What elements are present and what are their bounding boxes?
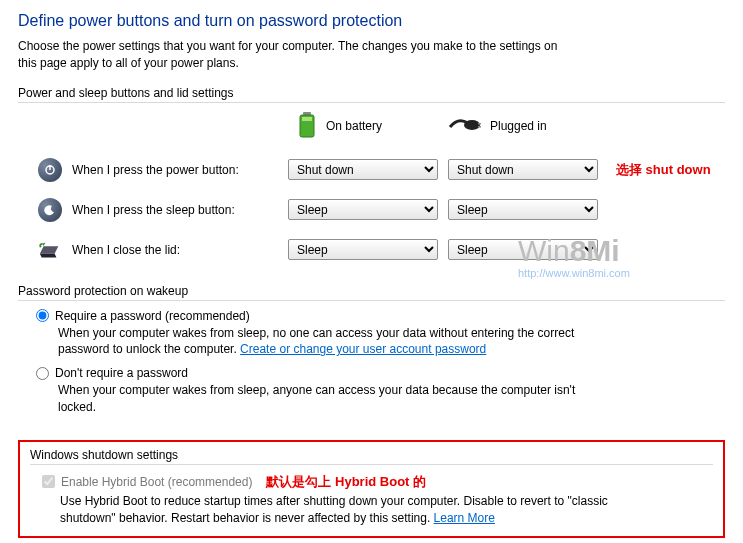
svg-rect-2 (302, 117, 312, 121)
shutdown-settings-box: Windows shutdown settings Enable Hybrid … (18, 440, 725, 539)
divider (18, 300, 725, 301)
sleep-button-battery-select[interactable]: Sleep (288, 199, 438, 220)
svg-rect-4 (478, 123, 481, 125)
close-lid-battery-select[interactable]: Sleep (288, 239, 438, 260)
divider (30, 464, 713, 465)
power-button-icon (38, 158, 62, 182)
annotation-hybrid-boot: 默认是勾上 Hybrid Boot 的 (266, 473, 426, 491)
dont-require-password-desc: When your computer wakes from sleep, any… (58, 382, 598, 416)
svg-marker-8 (43, 242, 46, 246)
page-title: Define power buttons and turn on passwor… (18, 12, 725, 30)
close-lid-label: When I close the lid: (72, 243, 180, 257)
column-headers: On battery Plugged in (296, 111, 725, 142)
row-close-lid: When I close the lid: Sleep Sleep (38, 238, 725, 262)
dont-require-password-label: Don't require a password (55, 366, 188, 380)
power-button-battery-select[interactable]: Shut down (288, 159, 438, 180)
intro-text: Choose the power settings that you want … (18, 38, 578, 72)
sleep-button-plugged-select[interactable]: Sleep (448, 199, 598, 220)
on-battery-label: On battery (326, 119, 382, 133)
learn-more-link[interactable]: Learn More (434, 511, 495, 525)
enable-hybrid-boot-checkbox[interactable] (42, 475, 55, 488)
require-password-desc: When your computer wakes from sleep, no … (58, 325, 598, 359)
watermark-url: http://www.win8mi.com (518, 268, 630, 279)
close-lid-plugged-select[interactable]: Sleep (448, 239, 598, 260)
section-power-sleep-lid: Power and sleep buttons and lid settings (18, 86, 725, 100)
require-password-radio[interactable] (36, 309, 49, 322)
enable-hybrid-boot-label: Enable Hybrid Boot (recommended) (61, 475, 252, 489)
sleep-button-label: When I press the sleep button: (72, 203, 235, 217)
require-password-label: Require a password (recommended) (55, 309, 250, 323)
annotation-shut-down: 选择 shut down (616, 161, 711, 179)
row-power-button: When I press the power button: Shut down… (38, 158, 725, 182)
plug-icon (448, 115, 482, 138)
power-button-label: When I press the power button: (72, 163, 239, 177)
svg-rect-5 (478, 126, 481, 128)
section-password-protection: Password protection on wakeup (18, 284, 725, 298)
plugged-in-label: Plugged in (490, 119, 547, 133)
sleep-button-icon (38, 198, 62, 222)
battery-icon (296, 111, 318, 142)
svg-point-3 (464, 120, 480, 130)
create-change-password-link[interactable]: Create or change your user account passw… (240, 342, 486, 356)
hybrid-boot-desc: Use Hybrid Boot to reduce startup times … (60, 493, 650, 527)
dont-require-password-radio[interactable] (36, 367, 49, 380)
section-shutdown-settings: Windows shutdown settings (30, 448, 713, 462)
lid-icon (38, 238, 62, 262)
power-button-plugged-select[interactable]: Shut down (448, 159, 598, 180)
row-sleep-button: When I press the sleep button: Sleep Sle… (38, 198, 725, 222)
divider (18, 102, 725, 103)
